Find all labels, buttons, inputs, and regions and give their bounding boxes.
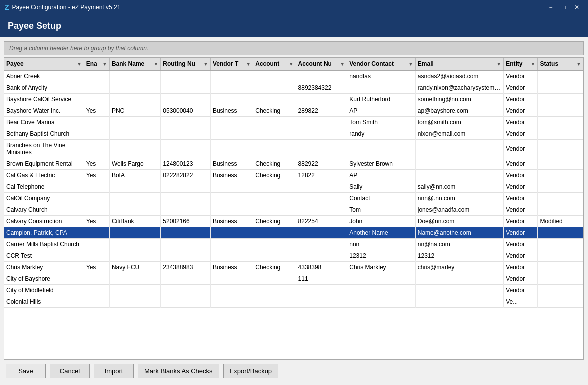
cell-routing: 124800123 [161, 158, 211, 170]
minimize-button[interactable]: − [545, 2, 557, 12]
col-header-vendor-contact[interactable]: Vendor Contact ▼ [348, 58, 416, 70]
cell-payee: Calvary Church [4, 204, 84, 216]
table-row[interactable]: CalOil CompanyContactnnn@.nn.comVendor [4, 193, 584, 204]
table-row[interactable]: Bear Cove MarinaTom Smithtom@smith.comVe… [4, 117, 584, 128]
col-header-vendor-t[interactable]: Vendor T ▼ [210, 58, 253, 70]
table-row[interactable]: Bayshore Water Inc.YesPNC053000040Busine… [4, 106, 584, 117]
filter-icon-account[interactable]: ▼ [289, 62, 294, 67]
cell-vendorContact [348, 140, 416, 158]
filter-icon-account-nu[interactable]: ▼ [340, 62, 345, 67]
cell-account [254, 250, 296, 262]
table-row[interactable]: City of Bayshore111Vendor [4, 274, 584, 285]
cell-account [254, 228, 296, 239]
table-row[interactable]: Carrier Mills Baptist Churchnnnnn@na.com… [4, 239, 584, 250]
table-row[interactable]: Branches on The Vine MinistriesVendor [4, 140, 584, 158]
col-header-account-nu[interactable]: Account Nu ▼ [296, 58, 348, 70]
col-header-bank[interactable]: Bank Name ▼ [110, 58, 160, 70]
cell-routing [161, 228, 211, 239]
cell-vendorContact: randy [348, 128, 416, 140]
cell-payee: Bethany Baptist Church [4, 128, 84, 140]
cell-ena [84, 82, 110, 94]
col-header-account[interactable]: Account ▼ [254, 58, 296, 70]
payee-table: Payee ▼ Ena ▼ Bank Name ▼ [4, 58, 584, 308]
col-header-email[interactable]: Email ▼ [416, 58, 504, 70]
cell-vendorT [210, 285, 253, 296]
cell-bank [110, 239, 160, 250]
table-row[interactable]: Bethany Baptist Churchrandynixon@email.c… [4, 128, 584, 140]
cell-vendorContact: AP [348, 170, 416, 182]
col-header-routing[interactable]: Routing Nu ▼ [161, 58, 211, 70]
save-button[interactable]: Save [6, 364, 46, 378]
table-row[interactable]: Cal Gas & ElectricYesBofA022282822Busine… [4, 170, 584, 182]
cell-vendorT [210, 117, 253, 128]
cell-payee: City of Middlefield [4, 285, 84, 296]
cell-status [538, 296, 584, 308]
table-row[interactable]: Colonial HillsVe... [4, 296, 584, 308]
table-header-row: Payee ▼ Ena ▼ Bank Name ▼ [4, 58, 584, 70]
cell-accountNu [296, 140, 348, 158]
cell-payee: Carrier Mills Baptist Church [4, 239, 84, 250]
mark-blanks-button[interactable]: Mark Blanks As Checks [138, 364, 220, 378]
filter-icon-entity[interactable]: ▼ [531, 62, 536, 67]
cell-accountNu: 111 [296, 274, 348, 285]
cell-routing [161, 82, 211, 94]
cell-account: Checking [254, 262, 296, 274]
filter-icon-payee[interactable]: ▼ [77, 62, 82, 67]
table-row[interactable]: Campion, Patrick, CPAAnother NameName@an… [4, 228, 584, 239]
table-row[interactable]: Brown Equipment RentalYesWells Fargo1248… [4, 158, 584, 170]
close-button[interactable]: ✕ [571, 2, 583, 12]
table-row[interactable]: Calvary ChurchTomjones@anadfa.comVendor [4, 204, 584, 216]
import-button[interactable]: Import [94, 364, 134, 378]
cell-routing [161, 70, 211, 82]
cell-bank [110, 128, 160, 140]
data-table-wrapper[interactable]: Payee ▼ Ena ▼ Bank Name ▼ [4, 58, 584, 360]
cell-payee: Bear Cove Marina [4, 117, 84, 128]
cell-bank [110, 285, 160, 296]
cell-payee: Bayshore Water Inc. [4, 106, 84, 117]
cell-bank [110, 228, 160, 239]
table-row[interactable]: Bank of Anycity8892384322randy.nixon@zac… [4, 82, 584, 94]
col-header-ena[interactable]: Ena ▼ [84, 58, 110, 70]
cell-entity: Vendor [504, 70, 538, 82]
cell-email: nn@na.com [416, 239, 504, 250]
cell-vendorT [210, 274, 253, 285]
cancel-button[interactable]: Cancel [50, 364, 90, 378]
filter-icon-ena[interactable]: ▼ [102, 62, 108, 67]
col-header-entity[interactable]: Entity ▼ [504, 58, 538, 70]
cell-vendorContact: Tom Smith [348, 117, 416, 128]
col-header-status[interactable]: Status ▼ [538, 58, 584, 70]
table-row[interactable]: CCR Test1231212312Vendor [4, 250, 584, 262]
cell-account [254, 117, 296, 128]
filter-icon-routing[interactable]: ▼ [204, 62, 208, 67]
cell-entity: Vendor [504, 204, 538, 216]
export-backup-button[interactable]: Export/Backup [224, 364, 279, 378]
cell-account [254, 193, 296, 204]
filter-icon-vendor-contact[interactable]: ▼ [408, 62, 414, 67]
cell-account: Checking [254, 170, 296, 182]
table-row[interactable]: Calvary ConstructionYesCitiBank52002166B… [4, 216, 584, 228]
cell-status [538, 250, 584, 262]
cell-status [538, 170, 584, 182]
cell-bank: CitiBank [110, 216, 160, 228]
cell-email: something@nn.com [416, 94, 504, 106]
cell-ena [84, 228, 110, 239]
maximize-button[interactable]: □ [558, 2, 570, 12]
filter-icon-status[interactable]: ▼ [576, 62, 582, 67]
table-row[interactable]: Abner Creeknandfasasndas2@aioiasd.comVen… [4, 70, 584, 82]
cell-status [538, 82, 584, 94]
cell-accountNu: 289822 [296, 106, 348, 117]
filter-icon-email[interactable]: ▼ [496, 62, 502, 67]
cell-account [254, 82, 296, 94]
col-header-payee[interactable]: Payee ▼ [4, 58, 84, 70]
cell-entity: Vendor [504, 106, 538, 117]
cell-bank: PNC [110, 106, 160, 117]
table-row[interactable]: Bayshore CalOil ServiceKurt Rutherfordso… [4, 94, 584, 106]
table-row[interactable]: Chris MarkleyYesNavy FCU234388983Busines… [4, 262, 584, 274]
cell-accountNu [296, 117, 348, 128]
cell-payee: Bayshore CalOil Service [4, 94, 84, 106]
filter-icon-bank[interactable]: ▼ [154, 62, 158, 67]
cell-routing [161, 182, 211, 193]
table-row[interactable]: City of MiddlefieldVendor [4, 285, 584, 296]
filter-icon-vendor-t[interactable]: ▼ [246, 62, 251, 67]
table-row[interactable]: Cal TelephoneSallysally@nn.comVendor [4, 182, 584, 193]
